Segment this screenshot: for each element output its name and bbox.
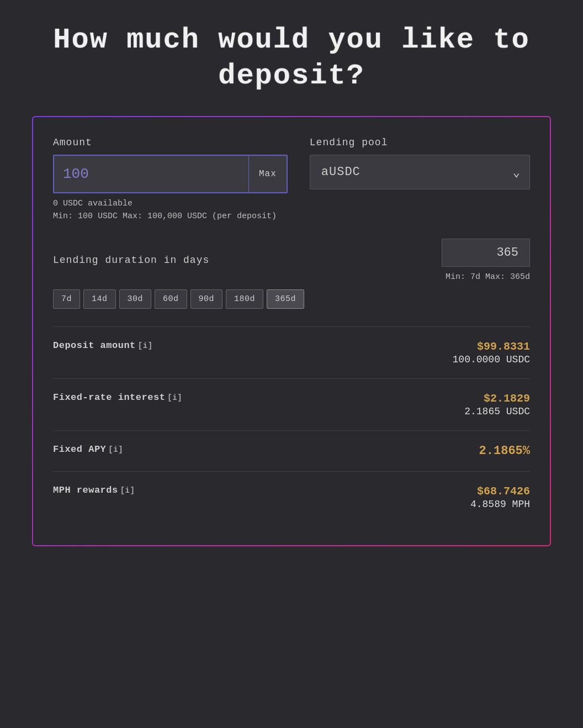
- info-rows: Deposit amount[i] $99.8331 100.0000 USDC…: [53, 326, 530, 523]
- mph-rewards-label: MPH rewards[i]: [53, 485, 135, 495]
- amount-label: Amount: [53, 137, 288, 148]
- duration-btn-365d[interactable]: 365d: [267, 289, 304, 309]
- availability-text: 0 USDC available: [53, 199, 530, 208]
- page-title: How much would you like to deposit?: [53, 22, 529, 94]
- lending-pool-label: Lending pool: [310, 137, 530, 148]
- fixed-rate-usd: $2.1829: [464, 392, 530, 405]
- fixed-apy-label: Fixed APY[i]: [53, 444, 123, 455]
- mph-rewards-row: MPH rewards[i] $68.7426 4.8589 MPH: [53, 471, 530, 523]
- duration-range: Min: 7d Max: 365d: [446, 272, 530, 282]
- fixed-apy-values: 2.1865%: [479, 444, 530, 458]
- deposit-usd-value: $99.8331: [453, 340, 530, 353]
- deposit-token-value: 100.0000 USDC: [453, 354, 530, 365]
- fixed-apy-row: Fixed APY[i] 2.1865%: [53, 430, 530, 471]
- fixed-apy-badge: [i]: [108, 445, 123, 454]
- duration-btn-180d[interactable]: 180d: [226, 289, 263, 309]
- fixed-rate-label: Fixed-rate interest[i]: [53, 392, 182, 403]
- lending-pool-select-wrapper: aUSDC aDAI aUSDT ⌄: [310, 155, 530, 189]
- deposit-amount-label: Deposit amount[i]: [53, 340, 153, 351]
- max-button[interactable]: Max: [248, 155, 288, 193]
- duration-value: 365: [442, 239, 530, 267]
- mph-usd-value: $68.7426: [470, 485, 530, 498]
- duration-btn-60d[interactable]: 60d: [155, 289, 187, 309]
- min-max-text: Min: 100 USDC Max: 100,000 USDC (per dep…: [53, 212, 530, 221]
- fixed-rate-badge: [i]: [167, 393, 182, 402]
- fixed-rate-token: 2.1865 USDC: [464, 406, 530, 417]
- mph-token-value: 4.8589 MPH: [470, 499, 530, 510]
- deposit-amount-badge: [i]: [138, 341, 153, 350]
- duration-label: Lending duration in days: [53, 255, 209, 266]
- duration-btn-30d[interactable]: 30d: [119, 289, 152, 309]
- fixed-rate-values: $2.1829 2.1865 USDC: [464, 392, 530, 417]
- duration-btn-7d[interactable]: 7d: [53, 289, 80, 309]
- duration-btn-14d[interactable]: 14d: [83, 289, 116, 309]
- main-card: Amount Max Lending pool aUSDC aDAI aUSDT…: [32, 116, 551, 546]
- lending-pool-select[interactable]: aUSDC aDAI aUSDT: [310, 155, 530, 189]
- fixed-apy-pct: 2.1865%: [479, 444, 530, 458]
- mph-rewards-badge: [i]: [120, 486, 135, 495]
- duration-section: Lending duration in days 365 Min: 7d Max…: [53, 239, 530, 309]
- duration-btn-90d[interactable]: 90d: [190, 289, 223, 309]
- mph-rewards-values: $68.7426 4.8589 MPH: [470, 485, 530, 510]
- fixed-rate-row: Fixed-rate interest[i] $2.1829 2.1865 US…: [53, 378, 530, 430]
- amount-input[interactable]: [53, 155, 248, 193]
- deposit-amount-values: $99.8331 100.0000 USDC: [453, 340, 530, 365]
- deposit-amount-row: Deposit amount[i] $99.8331 100.0000 USDC: [53, 326, 530, 378]
